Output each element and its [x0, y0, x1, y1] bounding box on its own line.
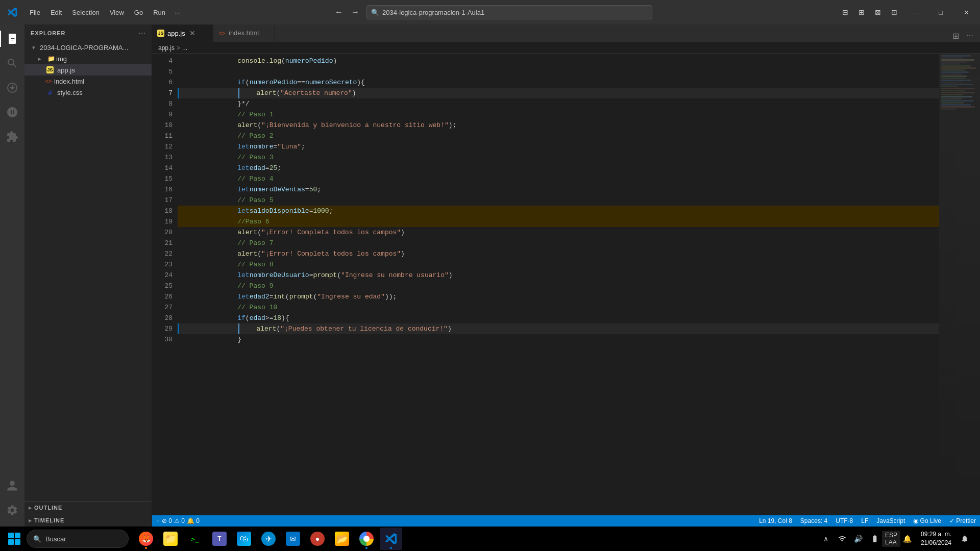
win-logo-tr	[15, 533, 20, 538]
file-spacer2	[35, 78, 45, 85]
activity-git[interactable]	[0, 76, 24, 100]
code-line-7: alert("Acertaste numero")	[178, 88, 939, 98]
status-branch[interactable]: ⑂ ⊘ 0 ⚠ 0 🔔 0	[152, 515, 204, 527]
command-palette[interactable]: 🔍 2034-logica-programacion-1-Aula1	[366, 5, 652, 19]
layout-split-button[interactable]: ⊠	[871, 5, 885, 19]
menu-more[interactable]: ···	[170, 9, 184, 16]
taskbar-app-store[interactable]: 🛍	[233, 528, 255, 550]
sidebar-item-appjs[interactable]: JS app.js	[24, 64, 152, 76]
taskbar-app-files[interactable]: 📂	[331, 528, 353, 550]
status-position[interactable]: Ln 19, Col 8	[755, 515, 796, 527]
code-line-13: // Paso 3	[178, 152, 939, 163]
search-icon: 🔍	[371, 9, 379, 16]
tray-sound-icon[interactable]: 🔊	[851, 532, 866, 546]
code-editor[interactable]: 4 5 6 7 8 9 10 11 12 13 14 15 16 17 18 1…	[152, 54, 980, 515]
close-button[interactable]: ✕	[954, 0, 978, 24]
status-prettier-text: ✓ Prettier	[949, 517, 976, 524]
title-bar: File Edit Selection View Go Run ··· ← → …	[0, 0, 980, 24]
breadcrumb: app.js > ...	[152, 42, 980, 54]
js-file-icon: JS	[45, 66, 55, 73]
more-actions-button[interactable]: ···	[964, 30, 976, 42]
tab-appjs[interactable]: JS app.js ✕	[152, 24, 213, 42]
taskbar-search-box[interactable]: 🔍 Buscar	[27, 530, 129, 548]
taskbar-app-chrome[interactable]	[355, 528, 378, 550]
menu-go[interactable]: Go	[129, 0, 148, 24]
outline-header[interactable]: ▸ OUTLINE	[24, 502, 152, 514]
taskbar-app-circle[interactable]: ●	[306, 528, 329, 550]
notifications-button[interactable]	[958, 532, 972, 546]
menu-view[interactable]: View	[105, 0, 129, 24]
code-line-6: if (numeroPedido==numeroSecreto){	[178, 77, 939, 88]
taskbar-app-mail[interactable]: ✉	[282, 528, 304, 550]
menu-run[interactable]: Run	[148, 0, 170, 24]
tray-keyboard-icon[interactable]: ESP LAA	[884, 532, 898, 546]
menu-selection[interactable]: Selection	[67, 0, 104, 24]
taskbar-app-teams[interactable]: T	[208, 528, 231, 550]
main-area: EXPLORER ··· ▾ 2034-LOGICA-PROGRAMA... ▸…	[0, 24, 980, 527]
split-editor-button[interactable]: ⊞	[949, 30, 962, 42]
taskbar-app-terminal[interactable]: >_	[184, 528, 206, 550]
start-button[interactable]	[4, 529, 24, 549]
taskbar-app-vscode[interactable]	[380, 528, 402, 550]
menu-edit[interactable]: Edit	[45, 0, 67, 24]
outline-chevron-icon: ▸	[29, 505, 32, 511]
telegram-icon: ✈	[261, 532, 276, 546]
status-language[interactable]: JavaScript	[872, 515, 909, 527]
editor-area: JS app.js ✕ <> index.html ⊞ ··· app.js >…	[152, 24, 980, 527]
code-line-25: // Paso 9	[178, 281, 939, 291]
activity-extensions[interactable]	[0, 124, 24, 149]
tray-speaker-icon[interactable]: 🔔	[900, 532, 915, 546]
tray-network-icon[interactable]	[835, 532, 849, 546]
activity-explorer[interactable]	[0, 27, 24, 51]
tab-close-appjs[interactable]: ✕	[188, 29, 197, 37]
sidebar-item-indexhtml[interactable]: <> index.html	[24, 76, 152, 87]
status-warnings: ⚠ 0	[174, 517, 185, 524]
breadcrumb-rest[interactable]: ...	[182, 44, 187, 52]
status-spaces[interactable]: Spaces: 4	[796, 515, 831, 527]
menu-file[interactable]: File	[24, 0, 45, 24]
activity-search[interactable]	[0, 51, 24, 76]
taskbar-app-firefox[interactable]: 🦊	[135, 528, 157, 550]
circle-app-icon: ●	[310, 532, 325, 546]
chrome-indicator	[365, 547, 368, 549]
taskbar-app-telegram[interactable]: ✈	[257, 528, 280, 550]
maximize-button[interactable]: □	[929, 0, 952, 24]
activity-settings[interactable]	[0, 498, 24, 522]
status-prettier[interactable]: ✓ Prettier	[945, 515, 980, 527]
timeline-header[interactable]: ▸ TIMELINE	[24, 514, 152, 527]
activity-account[interactable]	[0, 473, 24, 498]
status-line-ending[interactable]: LF	[857, 515, 872, 527]
status-encoding[interactable]: UTF-8	[831, 515, 857, 527]
taskbar-apps: 🦊 📁 >_ T 🛍 ✈ ✉ ● 📂	[135, 528, 402, 550]
activity-run[interactable]	[0, 100, 24, 124]
status-bar: ⑂ ⊘ 0 ⚠ 0 🔔 0 Ln 19, Col 8 Spaces: 4 UTF…	[152, 515, 980, 527]
code-line-29: alert("¡Puedes obtener tu licencia de co…	[178, 323, 939, 334]
tray-battery-icon[interactable]	[868, 532, 882, 546]
taskbar-app-explorer[interactable]: 📁	[159, 528, 182, 550]
minimize-button[interactable]: —	[903, 0, 927, 24]
sidebar-root-folder[interactable]: ▾ 2034-LOGICA-PROGRAMA...	[24, 42, 152, 53]
breadcrumb-file[interactable]: app.js	[158, 44, 175, 52]
sidebar-item-img[interactable]: ▸ 📁 img	[24, 53, 152, 64]
sidebar-img-label: img	[56, 55, 148, 63]
code-line-28: if (edad>=18){	[178, 313, 939, 323]
sidebar-indexhtml-label: index.html	[54, 78, 148, 85]
layout-grid-button[interactable]: ⊡	[887, 5, 901, 19]
code-line-20: alert("¡Error! Completa todos los campos…	[178, 227, 939, 238]
status-spaces-text: Spaces: 4	[800, 517, 827, 524]
layout-sidebar-button[interactable]: ⊞	[854, 5, 869, 19]
file-spacer	[35, 66, 45, 73]
code-content[interactable]: console.log(numeroPedido) if (numeroPedi…	[178, 54, 939, 515]
clock-widget[interactable]: 09:29 a. m. 21/06/2024	[917, 530, 955, 547]
folder-icon: 📁	[46, 55, 56, 62]
code-line-19: //Paso 6	[178, 216, 939, 227]
tab-indexhtml[interactable]: <> index.html	[213, 24, 275, 42]
sidebar-item-stylecss[interactable]: # style.css	[24, 87, 152, 98]
nav-back-button[interactable]: ←	[332, 5, 346, 19]
status-go-live[interactable]: ◉ Go Live	[909, 515, 945, 527]
code-line-10: alert("¡Bienvenida y bienvenido a nuestr…	[178, 120, 939, 131]
nav-forward-button[interactable]: →	[348, 5, 362, 19]
sidebar-more-button[interactable]: ···	[139, 29, 145, 38]
tray-arrow-icon[interactable]: ∧	[819, 532, 833, 546]
layout-panel-button[interactable]: ⊟	[838, 5, 852, 19]
